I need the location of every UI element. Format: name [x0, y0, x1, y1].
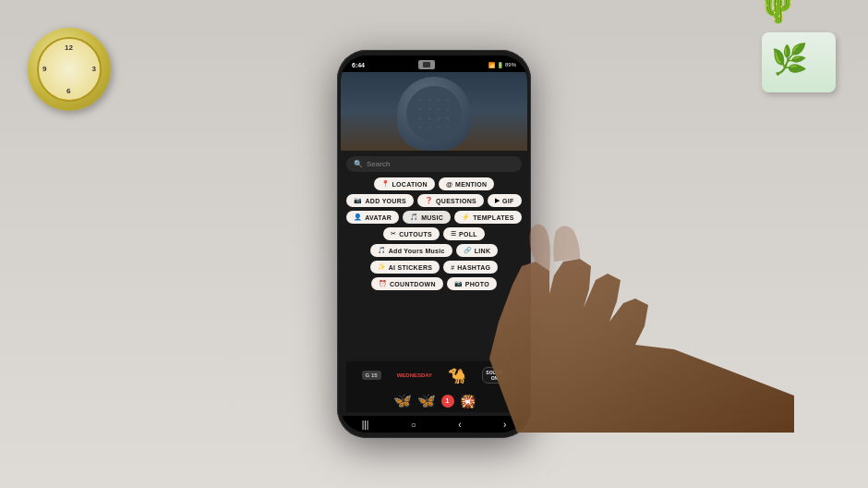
- countdown-sticker[interactable]: ⏰ COUNTDOWN: [371, 277, 443, 290]
- status-icons: 📶 🔋 89%: [488, 62, 516, 68]
- svg-rect-0: [406, 86, 462, 141]
- nav-back-button[interactable]: ‹: [458, 420, 461, 430]
- g15-badge: G 15: [362, 371, 381, 380]
- svg-point-10: [428, 117, 431, 120]
- svg-point-11: [438, 117, 440, 120]
- cutouts-sticker[interactable]: ✂ CUTOUTS: [383, 227, 440, 240]
- questions-label: QUESTIONS: [436, 198, 476, 204]
- add-yours-music-label: Add Yours Music: [389, 248, 445, 254]
- soundon-badge: SOUND ON: [482, 367, 506, 384]
- butterfly-icon-2: 🦋: [417, 392, 436, 409]
- cutouts-icon: ✂: [391, 230, 396, 238]
- add-yours-music-icon: 🎵: [378, 247, 386, 254]
- navigation-bar: ||| ○ ‹ ›: [341, 416, 527, 433]
- status-bar: 6:44 📶 🔋 89%: [341, 55, 527, 72]
- nav-menu-button[interactable]: |||: [362, 420, 369, 430]
- add-yours-sticker[interactable]: 📷 ADD YOURS: [346, 194, 414, 207]
- location-sticker[interactable]: 📍 LOCATION: [374, 177, 435, 190]
- link-icon: 🔗: [464, 247, 472, 254]
- sticker-row-3: 👤 AVATAR 🎵 MUSIC ⚡ TEMPLATES: [346, 211, 522, 224]
- wednesday-badge: WEDNESDAY: [397, 372, 432, 378]
- svg-point-14: [428, 127, 431, 129]
- nav-forward-button[interactable]: ›: [503, 420, 506, 430]
- clock-decoration: 12 3 6 9: [18, 9, 129, 129]
- countdown-label: COUNTDOWN: [390, 281, 436, 287]
- svg-point-5: [419, 108, 422, 111]
- nav-home-button[interactable]: ○: [411, 420, 416, 430]
- svg-point-4: [447, 99, 450, 102]
- butterfly-icon-1: 🦋: [393, 392, 412, 409]
- ai-stickers-sticker[interactable]: ✨ AI STICKERS: [370, 261, 440, 274]
- ai-stickers-icon: ✨: [378, 263, 386, 271]
- photo-icon: 📷: [454, 280, 463, 287]
- bottom-emoji-row: 🦋 🦋 1 🎇: [346, 389, 522, 412]
- location-label: LOCATION: [392, 181, 428, 188]
- hashtag-label: HASHTAG: [457, 264, 490, 271]
- ai-stickers-label: AI STICKERS: [389, 264, 433, 271]
- svg-point-15: [438, 127, 440, 129]
- sticker-row-2: 📷 ADD YOURS ❓ QUESTIONS ▶ GIF: [346, 194, 522, 207]
- sticker-panel: 🔍 Search 📍 LOCATION @ MENTION: [341, 151, 527, 416]
- add-yours-label: ADD YOURS: [365, 198, 406, 204]
- photo-label: PHOTO: [465, 281, 489, 287]
- countdown-icon: ⏰: [379, 280, 387, 287]
- bottom-stickers-bar: G 15 WEDNESDAY 🐪 SOUND ON: [346, 361, 522, 389]
- avatar-sticker[interactable]: 👤 AVATAR: [346, 211, 399, 224]
- sticker-row-6: ✨ AI STICKERS # HASHTAG: [346, 261, 522, 274]
- add-yours-music-sticker[interactable]: 🎵 Add Yours Music: [370, 244, 452, 257]
- avatar-label: AVATAR: [365, 214, 392, 221]
- svg-point-3: [438, 99, 440, 102]
- sticker-row-5: 🎵 Add Yours Music 🔗 LINK: [346, 244, 522, 257]
- sticker-row-4: ✂ CUTOUTS ☰ POLL: [346, 227, 522, 240]
- svg-point-6: [428, 108, 431, 111]
- svg-point-9: [419, 117, 422, 120]
- poll-icon: ☰: [451, 230, 456, 238]
- music-icon: 🎵: [410, 214, 418, 221]
- photo-sticker[interactable]: 📷 PHOTO: [447, 277, 497, 290]
- questions-icon: ❓: [425, 197, 433, 204]
- cutouts-label: CUTOUTS: [399, 231, 432, 238]
- mention-sticker[interactable]: @ MENTION: [439, 177, 495, 190]
- link-sticker[interactable]: 🔗 LINK: [456, 244, 499, 257]
- status-time: 6:44: [352, 62, 365, 68]
- camel-sticker: 🐪: [448, 367, 466, 384]
- avatar-icon: 👤: [354, 214, 362, 221]
- questions-sticker[interactable]: ❓ QUESTIONS: [417, 194, 484, 207]
- add-yours-icon: 📷: [354, 197, 362, 204]
- svg-point-8: [447, 108, 450, 111]
- templates-label: TEMPLATES: [473, 214, 514, 221]
- sticker-grid: 📍 LOCATION @ MENTION 📷 ADD YOURS: [346, 177, 522, 361]
- sparkle-sticker: 🎇: [460, 394, 476, 409]
- svg-point-1: [419, 99, 422, 102]
- hashtag-icon: #: [451, 264, 454, 271]
- phone-screen: 6:44 📶 🔋 89%: [341, 55, 527, 433]
- templates-sticker[interactable]: ⚡ TEMPLATES: [454, 211, 522, 224]
- search-icon: 🔍: [354, 160, 363, 168]
- svg-point-12: [447, 117, 450, 120]
- sticker-row-1: 📍 LOCATION @ MENTION: [346, 177, 522, 190]
- svg-point-7: [438, 108, 440, 111]
- poll-sticker[interactable]: ☰ POLL: [443, 227, 485, 240]
- mic-image: [397, 77, 471, 151]
- search-bar[interactable]: 🔍 Search: [346, 156, 522, 172]
- soundon-text2: ON: [491, 375, 499, 381]
- svg-point-16: [447, 127, 450, 129]
- link-label: LINK: [475, 248, 491, 254]
- music-label: MUSIC: [421, 214, 443, 221]
- svg-point-13: [419, 127, 422, 129]
- location-icon: 📍: [381, 180, 390, 188]
- templates-icon: ⚡: [462, 214, 470, 221]
- heart-badge: 1: [441, 395, 454, 408]
- gif-label: GIF: [502, 198, 514, 204]
- camera-preview: [341, 72, 527, 151]
- music-sticker[interactable]: 🎵 MUSIC: [403, 211, 451, 224]
- sticker-row-7: ⏰ COUNTDOWN 📷 PHOTO: [346, 277, 522, 290]
- phone-device: 6:44 📶 🔋 89%: [337, 50, 531, 438]
- heart-count: 1: [446, 397, 450, 404]
- poll-label: POLL: [459, 231, 477, 238]
- plant-decoration: 🌿 🌵: [753, 5, 854, 116]
- hashtag-sticker[interactable]: # HASHTAG: [443, 261, 498, 274]
- gif-sticker[interactable]: ▶ GIF: [488, 194, 522, 207]
- mention-icon: @: [446, 181, 452, 188]
- search-placeholder: Search: [367, 160, 390, 168]
